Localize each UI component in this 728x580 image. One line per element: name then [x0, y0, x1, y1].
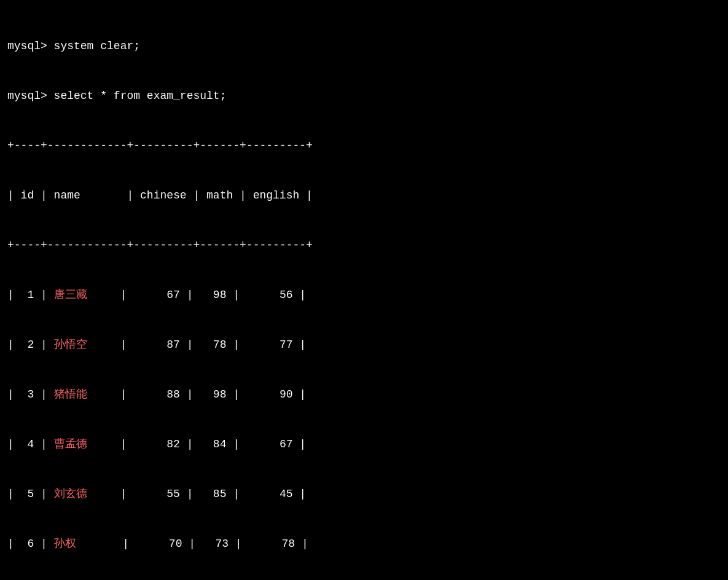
chinese-name: 孙权	[54, 538, 76, 550]
chinese-name: 猪悟能	[54, 388, 87, 401]
chinese-name: 刘玄德	[54, 488, 87, 500]
table-row: | 2 | 孙悟空 | 87 | 78 | 77 |	[7, 337, 721, 353]
terminal-output: mysql> system clear; mysql> select * fro…	[7, 5, 721, 580]
chinese-name: 孙悟空	[54, 339, 87, 351]
table-row: | 3 | 猪悟能 | 88 | 98 | 90 |	[7, 386, 721, 403]
table-row: | 1 | 唐三藏 | 67 | 98 | 56 |	[7, 287, 721, 304]
table-row: | 5 | 刘玄德 | 55 | 85 | 45 |	[7, 486, 721, 503]
chinese-name: 曹孟德	[54, 438, 87, 450]
border-1: +----+------------+---------+------+----…	[7, 138, 721, 154]
cmd-1: mysql> system clear;	[7, 38, 721, 55]
chinese-name: 唐三藏	[54, 289, 87, 301]
border-2: +----+------------+---------+------+----…	[7, 237, 721, 254]
table-row: | 4 | 曹孟德 | 82 | 84 | 67 |	[7, 436, 721, 453]
header-row-1: | id | name | chinese | math | english |	[7, 187, 721, 204]
cmd-2: mysql> select * from exam_result;	[7, 88, 721, 104]
table-row: | 6 | 孙权 | 70 | 73 | 78 |	[7, 536, 721, 552]
